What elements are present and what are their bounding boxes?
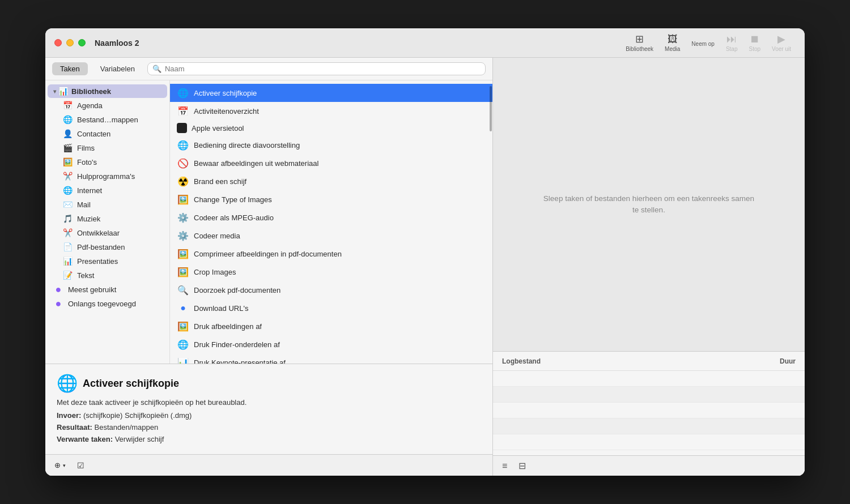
sidebar-item-meest-gebruikt[interactable]: ● Meest gebruikt xyxy=(48,283,167,296)
sidebar-item-tekst[interactable]: 📝 Tekst xyxy=(48,268,167,282)
media-button[interactable]: 🖼 Media xyxy=(660,32,685,54)
sidebar-item-films[interactable]: 🎬 Films xyxy=(48,141,167,155)
sidebar-item-ontwikkelaar[interactable]: ✂️ Ontwikkelaar xyxy=(48,226,167,240)
action-codeer-mpeg[interactable]: ⚙️ Codeer als MPEG-audio xyxy=(170,208,492,227)
main-window: Naamloos 2 ⊞ Bibliotheek 🖼 Media Neem op… xyxy=(45,28,805,476)
action-comprimeer[interactable]: 🖼️ Comprimeer afbeeldingen in pdf-docume… xyxy=(170,245,492,263)
sidebar-item-muziek[interactable]: 🎵 Muziek xyxy=(48,212,167,225)
action-label: Doorzoek pdf-documenten xyxy=(194,286,280,294)
action-druk-keynote[interactable]: 📊 Druk Keynote-presentatie af xyxy=(170,353,492,364)
detail-description: Met deze taak activeer je schijfkopieën … xyxy=(57,398,481,407)
sidebar-item-pdf[interactable]: 📄 Pdf-bestanden xyxy=(48,240,167,254)
action-label: Druk Keynote-presentatie af xyxy=(194,358,286,364)
action-icon: 📅 xyxy=(177,105,189,117)
tab-taken[interactable]: Taken xyxy=(52,62,88,75)
check-button[interactable]: ☑ xyxy=(74,459,88,472)
tab-variabelen[interactable]: Variabelen xyxy=(92,62,143,75)
detail-icon: 🌐 xyxy=(57,373,77,394)
toolbar-right: ⊞ Bibliotheek 🖼 Media Neem op ⏭ Stap ⏹ S… xyxy=(621,32,796,54)
sidebar-item-internet[interactable]: 🌐 Internet xyxy=(48,183,167,197)
sidebar-bibliotheek-label: Bibliotheek xyxy=(71,87,111,96)
neem-op-button[interactable]: Neem op xyxy=(687,37,719,49)
plus-icon: ⊕ xyxy=(54,461,61,469)
list-view-button[interactable]: ≡ xyxy=(499,459,511,473)
stap-label: Stap xyxy=(726,46,738,52)
sidebar-item-label: Muziek xyxy=(77,215,100,223)
close-button[interactable] xyxy=(54,39,62,46)
resultaat-value: Bestanden/mappen xyxy=(94,423,158,432)
scrollbar-track[interactable] xyxy=(489,80,492,364)
titlebar: Naamloos 2 ⊞ Bibliotheek 🖼 Media Neem op… xyxy=(45,28,805,58)
action-icon xyxy=(177,123,187,133)
bibliotheek-label: Bibliotheek xyxy=(626,46,653,52)
action-activiteitenoverzicht[interactable]: 📅 Activiteitenoverzicht xyxy=(170,102,492,120)
actions-list: 🌐 Activeer schijfkopie 📅 Activiteitenove… xyxy=(170,80,492,364)
action-icon: 🖼️ xyxy=(177,320,189,332)
action-icon: 🌐 xyxy=(177,338,189,351)
add-button[interactable]: ⊕ ▾ xyxy=(51,459,69,471)
stap-button[interactable]: ⏭ Stap xyxy=(721,32,742,54)
tekst-icon: 📝 xyxy=(62,270,73,280)
action-change-type[interactable]: 🖼️ Change Type of Images xyxy=(170,190,492,208)
action-label: Brand een schijf xyxy=(194,177,246,186)
media-icon: 🖼 xyxy=(668,34,678,44)
action-label: Druk Finder-onderdelen af xyxy=(194,340,280,349)
tabs-row: Taken Variabelen 🔍 xyxy=(45,58,492,80)
stop-button[interactable]: ⏹ Stop xyxy=(745,32,766,54)
action-label: Apple versietool xyxy=(192,124,244,133)
log-rows xyxy=(493,371,805,455)
sidebar-item-label: Hulpprogramma's xyxy=(77,172,135,181)
sidebar-item-bestanden[interactable]: 🌐 Bestand…mappen xyxy=(48,113,167,126)
stop-icon: ⏹ xyxy=(750,34,760,44)
action-icon: 🖼️ xyxy=(177,266,189,278)
meest-gebruikt-icon: ● xyxy=(53,284,63,294)
action-codeer-media[interactable]: ⚙️ Codeer media xyxy=(170,227,492,245)
workflow-area[interactable]: Sleep taken of bestanden hierheen om een… xyxy=(493,58,805,351)
sidebar-item-label: Contacten xyxy=(77,130,110,138)
fullscreen-button[interactable] xyxy=(78,39,86,46)
action-brand[interactable]: ☢️ Brand een schijf xyxy=(170,172,492,190)
bottom-toolbar: ⊕ ▾ ☑ xyxy=(45,454,492,476)
action-druk-afbeeldingen[interactable]: 🖼️ Druk afbeeldingen af xyxy=(170,317,492,335)
sidebar-item-contacten[interactable]: 👤 Contacten xyxy=(48,127,167,140)
sidebar-item-agenda[interactable]: 📅 Agenda xyxy=(48,99,167,112)
action-icon: 🌐 xyxy=(177,139,189,151)
sidebar: ▾ 📊 Bibliotheek 📅 Agenda 🌐 Bestand…mappe… xyxy=(45,80,170,364)
main-content: Taken Variabelen 🔍 ▾ 📊 Bibliotheek xyxy=(45,58,805,476)
fotos-icon: 🖼️ xyxy=(62,157,73,167)
ontwikkelaar-icon: ✂️ xyxy=(62,228,73,238)
detail-header: 🌐 Activeer schijfkopie xyxy=(57,373,481,394)
action-download[interactable]: ● Download URL's xyxy=(170,299,492,317)
action-druk-finder[interactable]: 🌐 Druk Finder-onderdelen af xyxy=(170,335,492,353)
minimize-button[interactable] xyxy=(66,39,74,46)
action-crop[interactable]: 🖼️ Crop Images xyxy=(170,263,492,281)
action-label: Druk afbeeldingen af xyxy=(194,322,262,331)
sidebar-item-presentaties[interactable]: 📊 Presentaties xyxy=(48,254,167,268)
sidebar-item-mail[interactable]: ✉️ Mail xyxy=(48,198,167,211)
action-bewaar[interactable]: 🚫 Bewaar afbeeldingen uit webmateriaal xyxy=(170,154,492,172)
sidebar-item-onlangs-toegevoegd[interactable]: ● Onlangs toegevoegd xyxy=(48,297,167,310)
onlangs-icon: ● xyxy=(53,298,63,309)
action-doorzoek[interactable]: 🔍 Doorzoek pdf-documenten xyxy=(170,281,492,299)
action-activeer-schijfkopie[interactable]: 🌐 Activeer schijfkopie xyxy=(170,84,492,102)
action-icon: 📊 xyxy=(177,356,189,364)
action-apple-versietool[interactable]: Apple versietool xyxy=(170,120,492,136)
detail-panel: 🌐 Activeer schijfkopie Met deze taak act… xyxy=(45,364,492,454)
mail-icon: ✉️ xyxy=(62,199,73,210)
chevron-small-icon: ▾ xyxy=(63,463,66,468)
voer-uit-button[interactable]: ▶ Voer uit xyxy=(767,32,796,54)
sidebar-item-hulpprogrammas[interactable]: ✂️ Hulpprogramma's xyxy=(48,169,167,183)
sidebar-item-label: Tekst xyxy=(77,271,94,280)
sidebar-item-label: Ontwikkelaar xyxy=(77,229,120,237)
sidebar-item-fotos[interactable]: 🖼️ Foto's xyxy=(48,155,167,169)
detail-title: Activeer schijfkopie xyxy=(83,378,179,390)
search-input[interactable] xyxy=(165,65,481,73)
bibliotheek-button[interactable]: ⊞ Bibliotheek xyxy=(621,32,658,54)
films-icon: 🎬 xyxy=(62,143,73,153)
action-label: Codeer als MPEG-audio xyxy=(194,213,274,222)
action-bediening[interactable]: 🌐 Bediening directe diavoorstelling xyxy=(170,136,492,154)
action-icon: 🚫 xyxy=(177,157,189,169)
sidebar-bibliotheek-header[interactable]: ▾ 📊 Bibliotheek xyxy=(48,84,167,98)
log-row xyxy=(493,387,805,403)
split-view-button[interactable]: ⊟ xyxy=(515,459,529,473)
